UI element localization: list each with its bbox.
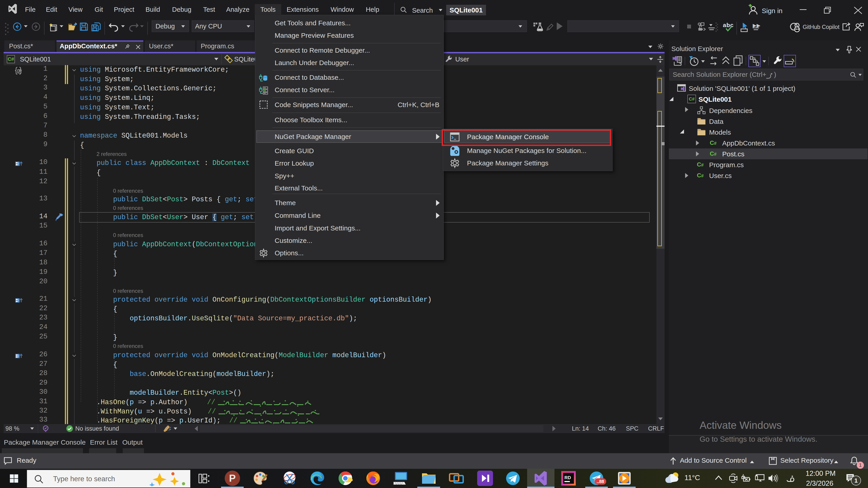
svg-text:RD: RD [564,475,571,480]
